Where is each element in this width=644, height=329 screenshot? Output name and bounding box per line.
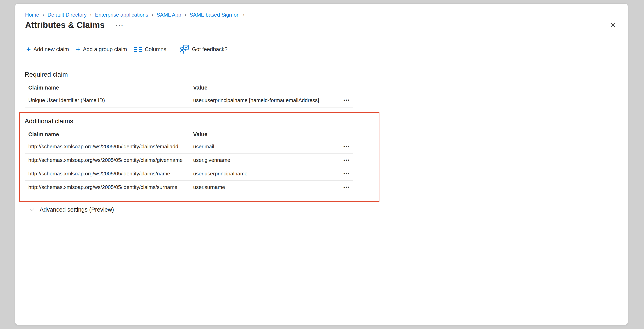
additional-claims-section: Additional claims Claim name Value http:… <box>25 117 353 194</box>
breadcrumb-item-enterprise-applications[interactable]: Enterprise applications <box>95 11 148 18</box>
value-column-header: Value <box>193 131 335 138</box>
breadcrumb-separator-icon: › <box>151 12 154 18</box>
person-feedback-icon <box>180 45 189 54</box>
claim-name-cell: http://schemas.xmlsoap.org/ws/2005/05/id… <box>25 157 193 163</box>
title-more-button[interactable]: ··· <box>116 22 124 29</box>
breadcrumb-item-home[interactable]: Home <box>25 11 39 18</box>
claim-name-cell: http://schemas.xmlsoap.org/ws/2005/05/id… <box>25 184 193 190</box>
breadcrumb-separator-icon: › <box>184 12 187 18</box>
add-group-claim-label: Add a group claim <box>83 46 127 52</box>
claim-row: http://schemas.xmlsoap.org/ws/2005/05/id… <box>25 167 353 181</box>
advanced-settings-label: Advanced settings (Preview) <box>40 206 114 213</box>
got-feedback-label: Got feedback? <box>192 46 228 52</box>
page-title: Attributes & Claims <box>25 20 105 30</box>
row-actions-button[interactable]: ••• <box>335 144 353 149</box>
row-actions-button[interactable]: ••• <box>335 171 353 176</box>
claim-row: Unique User Identifier (Name ID) user.us… <box>25 93 353 107</box>
columns-button[interactable]: Columns <box>131 45 169 54</box>
breadcrumb: Home › Default Directory › Enterprise ap… <box>25 11 245 18</box>
add-group-claim-button[interactable]: + Add a group claim <box>73 45 130 54</box>
toolbar: + Add new claim + Add a group claim Colu… <box>24 44 230 54</box>
breadcrumb-item-saml-based-sign-on[interactable]: SAML-based Sign-on <box>190 11 240 18</box>
claim-value-cell: user.givenname <box>193 157 335 163</box>
claim-name-column-header: Claim name <box>25 85 193 91</box>
plus-icon: + <box>76 46 80 52</box>
claim-value-cell: user.userprincipalname <box>193 171 335 177</box>
additional-claims-heading: Additional claims <box>25 117 353 125</box>
row-actions-button[interactable]: ••• <box>335 98 353 103</box>
attributes-claims-panel: Home › Default Directory › Enterprise ap… <box>15 4 628 325</box>
row-actions-button[interactable]: ••• <box>335 158 353 163</box>
breadcrumb-item-default-directory[interactable]: Default Directory <box>48 11 87 18</box>
claim-value-cell: user.mail <box>193 143 335 150</box>
required-claim-heading: Required claim <box>25 70 353 78</box>
breadcrumb-separator-icon: › <box>42 12 44 18</box>
add-new-claim-label: Add new claim <box>33 46 69 52</box>
claim-row: http://schemas.xmlsoap.org/ws/2005/05/id… <box>25 181 353 194</box>
claim-value-cell: user.userprincipalname [nameid-format:em… <box>193 97 335 103</box>
columns-label: Columns <box>145 46 166 52</box>
claim-row: http://schemas.xmlsoap.org/ws/2005/05/id… <box>25 154 353 167</box>
advanced-settings-toggle[interactable]: Advanced settings (Preview) <box>30 206 114 214</box>
value-column-header: Value <box>193 85 335 91</box>
breadcrumb-separator-icon: › <box>90 12 92 18</box>
claim-name-cell: http://schemas.xmlsoap.org/ws/2005/05/id… <box>25 143 193 150</box>
additional-claims-table-header: Claim name Value <box>25 129 353 140</box>
title-row: Attributes & Claims ··· <box>25 20 124 30</box>
claim-value-cell: user.surname <box>193 184 335 190</box>
claim-name-cell: Unique User Identifier (Name ID) <box>25 97 193 103</box>
row-actions-button[interactable]: ••• <box>335 185 353 190</box>
add-new-claim-button[interactable]: + Add new claim <box>24 45 72 54</box>
close-icon <box>610 22 616 28</box>
breadcrumb-separator-icon: › <box>242 12 245 18</box>
columns-icon <box>134 47 142 52</box>
got-feedback-button[interactable]: Got feedback? <box>177 43 230 55</box>
toolbar-divider <box>173 46 173 53</box>
plus-icon: + <box>26 46 31 52</box>
claim-name-column-header: Claim name <box>25 131 193 138</box>
close-button[interactable] <box>609 21 617 29</box>
claim-name-cell: http://schemas.xmlsoap.org/ws/2005/05/id… <box>25 171 193 177</box>
chevron-down-icon <box>30 208 34 211</box>
claim-row: http://schemas.xmlsoap.org/ws/2005/05/id… <box>25 140 353 154</box>
required-claim-table-header: Claim name Value <box>25 82 353 93</box>
toolbar-rule <box>25 56 620 56</box>
required-claim-section: Required claim Claim name Value Unique U… <box>25 70 353 107</box>
breadcrumb-item-saml-app[interactable]: SAML App <box>156 11 181 18</box>
